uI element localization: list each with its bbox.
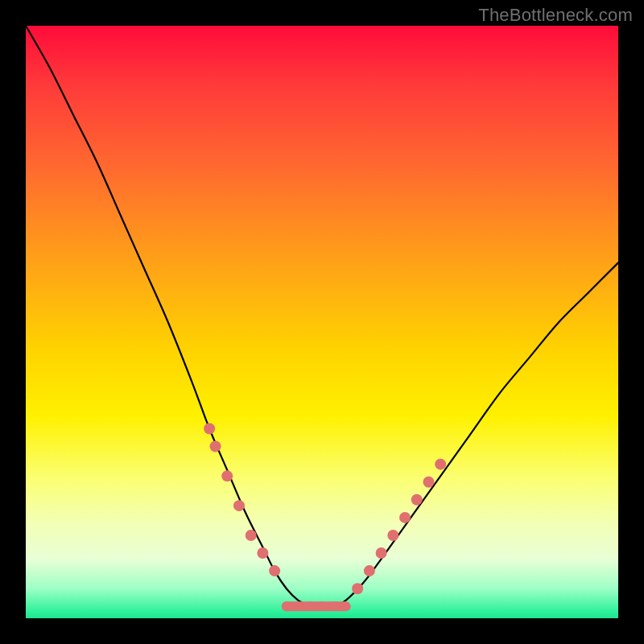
marker-dot bbox=[317, 601, 327, 611]
marker-dot bbox=[204, 423, 215, 434]
chart-area bbox=[26, 26, 618, 618]
watermark-text: TheBottleneck.com bbox=[478, 5, 633, 26]
marker-dot bbox=[423, 477, 434, 488]
marker-dot bbox=[246, 530, 257, 541]
marker-dot bbox=[257, 547, 268, 559]
marker-dot bbox=[329, 601, 339, 611]
marker-dot bbox=[376, 547, 387, 559]
bottleneck-plot bbox=[26, 26, 618, 618]
marker-dot bbox=[387, 530, 398, 541]
marker-dot bbox=[294, 601, 303, 611]
marker-dot bbox=[399, 512, 411, 523]
marker-dot bbox=[352, 583, 363, 594]
marker-dot bbox=[269, 565, 280, 576]
markers-flat bbox=[282, 601, 351, 611]
markers-left bbox=[204, 423, 280, 576]
marker-dot bbox=[341, 601, 350, 611]
marker-dot bbox=[282, 601, 291, 611]
marker-dot bbox=[411, 494, 423, 506]
marker-dot bbox=[435, 459, 446, 470]
marker-dot bbox=[305, 601, 315, 611]
bottleneck-curve bbox=[26, 26, 618, 607]
marker-dot bbox=[221, 470, 233, 481]
marker-dot bbox=[364, 565, 375, 576]
marker-dot bbox=[233, 500, 245, 511]
markers-right bbox=[352, 459, 446, 595]
marker-dot bbox=[210, 441, 221, 452]
